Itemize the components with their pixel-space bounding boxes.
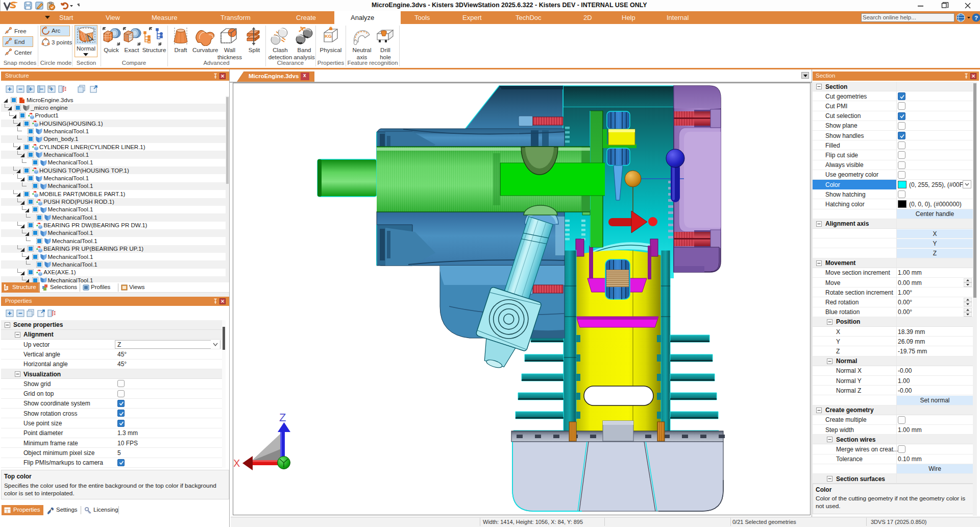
- svg-text:Z: Z: [279, 411, 286, 424]
- svg-text:KG: KG: [325, 33, 332, 39]
- svg-text:X: X: [234, 458, 240, 469]
- svg-text:?: ?: [974, 15, 978, 21]
